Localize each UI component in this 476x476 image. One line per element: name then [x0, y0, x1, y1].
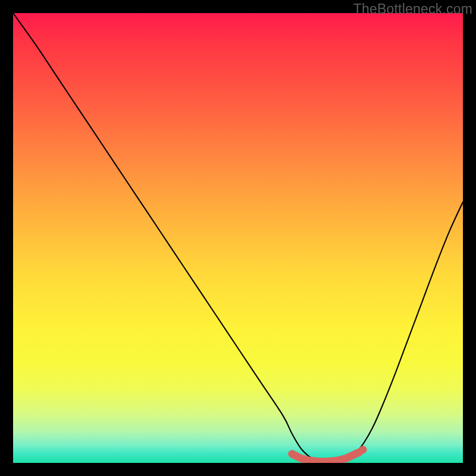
watermark-text: TheBottleneck.com: [353, 1, 472, 17]
chart-plot-area: [13, 13, 463, 463]
